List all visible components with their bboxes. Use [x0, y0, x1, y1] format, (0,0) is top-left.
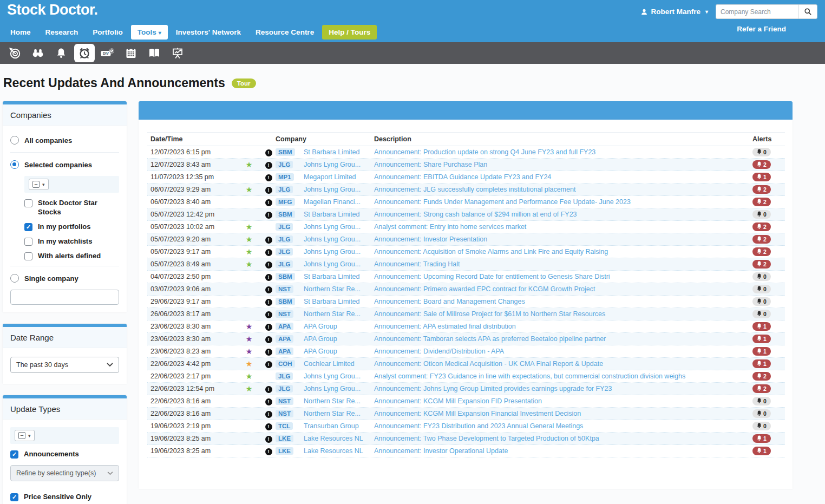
alerts-badge[interactable]: 2 — [752, 260, 771, 269]
company-name-link[interactable]: Northern Star Re... — [304, 285, 374, 293]
nav-investors-network[interactable]: Investors' Network — [169, 25, 247, 40]
book-icon[interactable] — [144, 44, 165, 62]
info-icon[interactable]: ! — [261, 410, 276, 418]
announcement-link[interactable]: Analyst comment: Entry into home service… — [374, 223, 752, 231]
nav-portfolio[interactable]: Portfolio — [86, 25, 129, 40]
refine-types-select[interactable]: Refine by selecting type(s) — [10, 465, 119, 481]
company-code-badge[interactable]: MFG — [276, 198, 304, 206]
alerts-badge[interactable]: 2 — [752, 222, 771, 231]
target-icon[interactable] — [4, 44, 25, 62]
bell-icon[interactable] — [51, 44, 71, 62]
announcement-link[interactable]: Announcement: KCGM Mill Expansion Financ… — [374, 410, 752, 417]
company-code-badge[interactable]: LKE — [276, 435, 304, 442]
company-code-badge[interactable]: JLG — [276, 260, 304, 268]
alerts-badge[interactable]: 1 — [752, 434, 771, 443]
nav-home[interactable]: Home — [4, 25, 37, 40]
alerts-badge[interactable]: 2 — [752, 198, 771, 206]
refer-a-friend-link[interactable]: Refer a Friend — [737, 25, 786, 33]
announcement-link[interactable]: Announcement: Two Phase Development to T… — [374, 435, 752, 442]
company-search-input[interactable] — [716, 4, 798, 19]
company-name-link[interactable]: Johns Lyng Grou... — [304, 235, 374, 243]
announcement-link[interactable]: Announcement: Share Purchase Plan — [374, 161, 752, 168]
alerts-badge[interactable]: 1 — [752, 322, 771, 331]
company-code-badge[interactable]: TCL — [276, 422, 304, 430]
announcement-link[interactable]: Announcement: Sale of Millrose Project f… — [374, 310, 752, 318]
company-code-badge[interactable]: SBM — [276, 148, 304, 156]
date-range-select[interactable]: The past 30 days — [10, 357, 119, 373]
alerts-badge[interactable]: 2 — [752, 235, 771, 244]
alerts-badge[interactable]: 2 — [752, 247, 771, 256]
company-code-badge[interactable]: NST — [276, 310, 304, 318]
info-icon[interactable]: ! — [261, 335, 276, 343]
announcement-link[interactable]: Announcement: FY23 Distribution and 2023… — [374, 422, 752, 430]
info-icon[interactable]: ! — [261, 260, 276, 269]
radio-selected-companies[interactable]: Selected companies — [10, 155, 119, 174]
company-name-link[interactable]: Lake Resources NL — [304, 447, 374, 455]
company-code-badge[interactable]: JLG — [276, 385, 304, 392]
announcement-link[interactable]: Analyst comment: FY23 Guidance in line w… — [374, 372, 752, 380]
alerts-badge[interactable]: 1 — [752, 347, 771, 356]
announcement-link[interactable]: Announcement: KCGM Mill Expansion FID Pr… — [374, 397, 752, 405]
info-icon[interactable]: ! — [261, 161, 276, 169]
user-menu[interactable]: Robert Manfre ▾ — [640, 8, 708, 16]
info-icon[interactable]: ! — [261, 348, 276, 356]
radio-all-companies[interactable]: All companies — [10, 131, 119, 149]
binoculars-icon[interactable] — [28, 44, 48, 62]
info-icon[interactable]: ! — [261, 298, 276, 306]
presentation-icon[interactable] — [167, 44, 188, 62]
single-company-input[interactable] — [10, 290, 119, 305]
info-icon[interactable]: ! — [261, 273, 276, 281]
alerts-badge[interactable]: 2 — [752, 160, 771, 169]
company-name-link[interactable]: Cochlear Limited — [304, 360, 374, 368]
info-icon[interactable]: ! — [261, 248, 276, 256]
company-code-badge[interactable]: JLG — [276, 223, 304, 231]
info-icon[interactable]: ! — [261, 310, 276, 318]
company-name-link[interactable]: APA Group — [304, 348, 374, 355]
checkbox-in-my-portfolios[interactable]: In my portfolios — [24, 220, 119, 234]
select-all-dropdown[interactable]: − ▾ — [29, 179, 49, 190]
alerts-badge[interactable]: 0 — [752, 397, 771, 405]
info-icon[interactable]: ! — [261, 285, 276, 293]
announcement-link[interactable]: Announcement: Johns Lyng Group Limited p… — [374, 385, 752, 392]
info-icon[interactable]: ! — [261, 173, 276, 181]
announcement-link[interactable]: Announcement: Strong cash balance of $29… — [374, 211, 752, 218]
company-name-link[interactable]: Johns Lyng Grou... — [304, 161, 374, 168]
announcement-link[interactable]: Announcement: Funds Under Management and… — [374, 198, 752, 206]
nav-resource-centre[interactable]: Resource Centre — [249, 25, 320, 40]
alerts-badge[interactable]: 0 — [752, 272, 771, 281]
company-name-link[interactable]: St Barbara Limited — [304, 211, 374, 218]
info-icon[interactable]: ! — [261, 360, 276, 368]
alerts-badge[interactable]: 0 — [752, 148, 771, 156]
info-icon[interactable]: ! — [261, 211, 276, 219]
company-name-link[interactable]: Megaport Limited — [304, 173, 374, 181]
app-logo[interactable]: Stock Doctor. — [7, 2, 98, 18]
company-code-badge[interactable]: COH — [276, 360, 304, 368]
nav-tools[interactable]: Tools▾ — [131, 25, 168, 40]
alerts-badge[interactable]: 1 — [752, 447, 771, 455]
info-icon[interactable]: ! — [261, 235, 276, 244]
company-code-badge[interactable]: JLG — [276, 248, 304, 256]
dividends-icon[interactable]: DIV — [97, 44, 118, 62]
company-code-badge[interactable]: MP1 — [276, 173, 304, 181]
alerts-badge[interactable]: 1 — [752, 335, 771, 343]
calendar-icon[interactable] — [121, 44, 141, 62]
announcement-link[interactable]: Announcement: JLG successfully completes… — [374, 186, 752, 193]
company-name-link[interactable]: Northern Star Re... — [304, 310, 374, 318]
info-icon[interactable]: ! — [261, 148, 276, 156]
info-icon[interactable]: ! — [261, 385, 276, 393]
company-name-link[interactable]: Johns Lyng Grou... — [304, 372, 374, 380]
company-name-link[interactable]: St Barbara Limited — [304, 298, 374, 305]
radio-single-company[interactable]: Single company — [10, 269, 119, 287]
company-name-link[interactable]: Johns Lyng Grou... — [304, 223, 374, 231]
company-name-link[interactable]: Johns Lyng Grou... — [304, 186, 374, 193]
company-code-badge[interactable]: JLG — [276, 372, 304, 380]
alerts-badge[interactable]: 0 — [752, 297, 771, 306]
announcement-link[interactable]: Announcement: Upcoming Record Date for e… — [374, 273, 752, 280]
company-name-link[interactable]: St Barbara Limited — [304, 273, 374, 280]
announcement-link[interactable]: Announcement: EBITDA Guidance Update FY2… — [374, 173, 752, 181]
company-name-link[interactable]: APA Group — [304, 323, 374, 330]
company-name-link[interactable]: Johns Lyng Grou... — [304, 260, 374, 268]
info-icon[interactable]: ! — [261, 323, 276, 331]
alerts-badge[interactable]: 0 — [752, 409, 771, 418]
alerts-badge[interactable]: 0 — [752, 310, 771, 318]
